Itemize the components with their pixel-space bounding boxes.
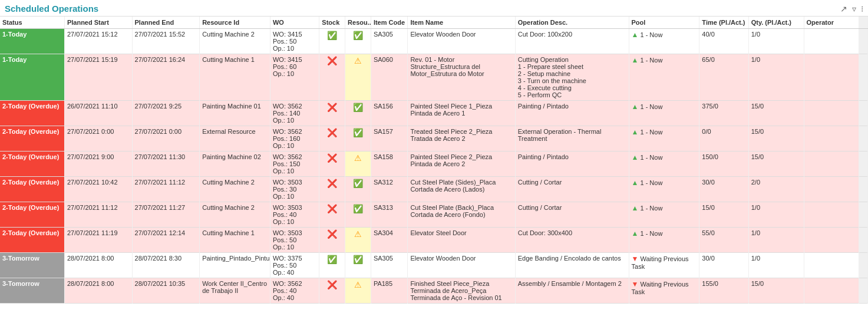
col-item-name: Item Name <box>408 17 515 29</box>
table-row[interactable]: 3-Tomorrow 28/07/2021 8:00 28/07/2021 8:… <box>0 253 868 278</box>
resource-id-cell: Painting Machine 02 <box>200 152 270 177</box>
row-scrollbar <box>859 126 868 152</box>
wo-cell: WO: 3562Pos.: 140Op.: 10 <box>270 101 319 126</box>
wo-cell: WO: 3562Pos.: 160Op.: 10 <box>270 126 319 152</box>
wo-cell: WO: 3503Pos.: 50Op.: 10 <box>270 228 319 253</box>
pool-arrow-up: ▲ <box>632 103 639 111</box>
op-desc-cell: Cutting Operation1 - Prepare steel sheet… <box>515 54 629 101</box>
operator-cell <box>804 202 859 228</box>
item-name-cell: Finished Steel Piece_Pieza Terminada de … <box>408 278 515 304</box>
stock-err-icon: ❌ <box>327 153 337 163</box>
operator-cell <box>804 29 859 54</box>
resou-ok-icon: ✅ <box>353 255 363 264</box>
planned-start-cell: 27/07/2021 0:00 <box>64 126 132 152</box>
table-row[interactable]: 2-Today (Overdue) 27/07/2021 11:19 27/07… <box>0 228 868 253</box>
item-name-cell: Cut Steel Plate (Back)_Placa Cortada de … <box>408 202 515 228</box>
col-qty: Qty. (Pl./Act.) <box>748 17 804 29</box>
op-desc-cell: Painting / Pintado <box>515 101 629 126</box>
operator-cell <box>804 278 859 304</box>
op-desc-cell: Cutting / Cortar <box>515 202 629 228</box>
qty-cell: 15/0 <box>748 101 804 126</box>
table-row[interactable]: 2-Today (Overdue) 27/07/2021 9:00 27/07/… <box>0 152 868 177</box>
planned-start-cell: 27/07/2021 9:00 <box>64 152 132 177</box>
item-name-cell: Painted Steel Piece 1_Pieza Pintada de A… <box>408 101 515 126</box>
qty-cell: 15/0 <box>748 278 804 304</box>
table-row[interactable]: 3-Tomorrow 28/07/2021 8:00 28/07/2021 10… <box>0 278 868 304</box>
col-item-code: Item Code <box>371 17 408 29</box>
resou-cell: ⚠ <box>345 278 371 304</box>
qty-cell: 1/0 <box>748 202 804 228</box>
item-code-cell: SA156 <box>371 101 408 126</box>
pool-arrow-up: ▲ <box>632 31 639 39</box>
qty-cell: 1/0 <box>748 228 804 253</box>
row-scrollbar <box>859 101 868 126</box>
planned-end-cell: 27/07/2021 9:25 <box>132 101 200 126</box>
resou-cell: ✅ <box>345 202 371 228</box>
wo-cell: WO: 3415Pos.: 60Op.: 10 <box>270 54 319 101</box>
op-desc-cell: Painting / Pintado <box>515 152 629 177</box>
resource-id-cell: Cutting Machine 1 <box>200 228 270 253</box>
grid-icon[interactable]: ⁝ <box>861 4 863 14</box>
resou-ok-icon: ✅ <box>353 128 363 137</box>
time-cell: 155/0 <box>699 278 748 304</box>
table-row[interactable]: 2-Today (Overdue) 27/07/2021 11:12 27/07… <box>0 202 868 228</box>
operator-cell <box>804 101 859 126</box>
table-row[interactable]: 2-Today (Overdue) 27/07/2021 0:00 27/07/… <box>0 126 868 152</box>
resou-cell: ⚠ <box>345 54 371 101</box>
table-header-row: Status Planned Start Planned End Resourc… <box>0 17 868 29</box>
status-cell: 3-Tomorrow <box>0 278 64 304</box>
resou-cell: ✅ <box>345 101 371 126</box>
pool-arrow-up: ▲ <box>632 153 639 162</box>
planned-end-cell: 28/07/2021 8:30 <box>132 253 200 278</box>
pool-cell: ▲ 1 - Now <box>629 228 699 253</box>
table-row[interactable]: 1-Today 27/07/2021 15:19 27/07/2021 16:2… <box>0 54 868 101</box>
resou-cell: ⚠ <box>345 152 371 177</box>
time-cell: 375/0 <box>699 101 748 126</box>
pool-cell: ▲ 1 - Now <box>629 152 699 177</box>
item-code-cell: SA060 <box>371 54 408 101</box>
table-row[interactable]: 2-Today (Overdue) 26/07/2021 11:10 27/07… <box>0 101 868 126</box>
col-op-desc: Operation Desc. <box>515 17 629 29</box>
operator-cell <box>804 177 859 202</box>
item-name-cell: Painted Steel Piece 2_Pieza Pintada de A… <box>408 152 515 177</box>
planned-start-cell: 27/07/2021 10:42 <box>64 177 132 202</box>
resource-id-cell: Cutting Machine 2 <box>200 202 270 228</box>
table-row[interactable]: 2-Today (Overdue) 27/07/2021 10:42 27/07… <box>0 177 868 202</box>
time-cell: 55/0 <box>699 228 748 253</box>
op-desc-cell: Edge Banding / Encolado de cantos <box>515 253 629 278</box>
col-stock: Stock <box>319 17 345 29</box>
time-cell: 40/0 <box>699 29 748 54</box>
item-code-cell: SA304 <box>371 228 408 253</box>
planned-start-cell: 27/07/2021 11:12 <box>64 202 132 228</box>
resource-id-cell: External Resource <box>200 126 270 152</box>
col-wo: WO <box>270 17 319 29</box>
planned-start-cell: 28/07/2021 8:00 <box>64 253 132 278</box>
status-cell: 2-Today (Overdue) <box>0 152 64 177</box>
status-cell: 2-Today (Overdue) <box>0 202 64 228</box>
planned-end-cell: 27/07/2021 12:14 <box>132 228 200 253</box>
item-name-cell: Rev. 01 - Motor Structure_Estructura del… <box>408 54 515 101</box>
resou-warn-icon: ⚠ <box>354 56 362 65</box>
export-icon[interactable]: ↗ <box>840 4 847 14</box>
stock-err-icon: ❌ <box>327 229 337 239</box>
col-time: Time (Pl./Act.) <box>699 17 748 29</box>
stock-ok-icon: ✅ <box>327 31 337 40</box>
table-row[interactable]: 1-Today 27/07/2021 15:12 27/07/2021 15:5… <box>0 29 868 54</box>
stock-cell: ❌ <box>319 228 345 253</box>
planned-end-cell: 27/07/2021 11:27 <box>132 202 200 228</box>
stock-err-icon: ❌ <box>327 103 337 112</box>
item-name-cell: Elevator Wooden Door <box>408 253 515 278</box>
col-planned-end: Planned End <box>132 17 200 29</box>
stock-cell: ❌ <box>319 54 345 101</box>
resou-cell: ✅ <box>345 253 371 278</box>
row-scrollbar <box>859 202 868 228</box>
planned-start-cell: 27/07/2021 15:19 <box>64 54 132 101</box>
pool-arrow-down: ▼ <box>632 255 639 263</box>
pool-arrow-up: ▲ <box>632 56 639 64</box>
row-scrollbar <box>859 54 868 101</box>
filter-icon[interactable]: ▿ <box>852 4 856 14</box>
col-resource-id: Resource Id <box>200 17 270 29</box>
planned-end-cell: 28/07/2021 10:35 <box>132 278 200 304</box>
operations-table: Status Planned Start Planned End Resourc… <box>0 17 868 304</box>
pool-cell: ▲ 1 - Now <box>629 177 699 202</box>
